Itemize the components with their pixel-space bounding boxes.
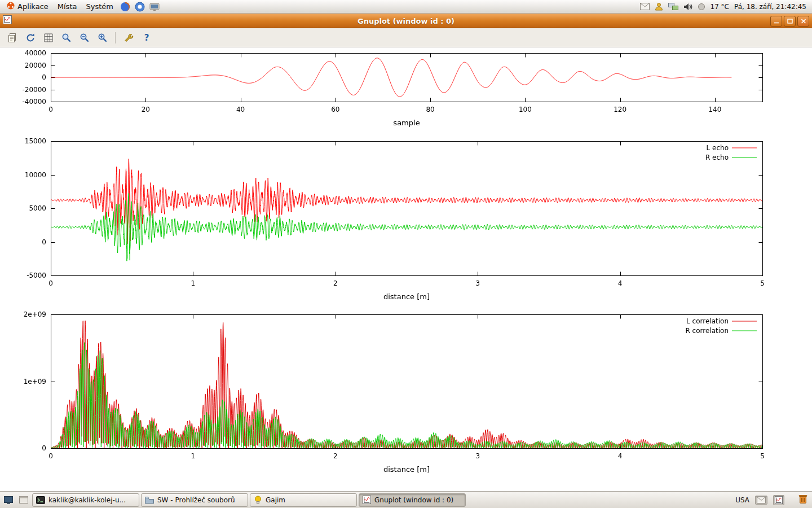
zoom-next-button[interactable] bbox=[95, 30, 110, 45]
gnuplot-plot-area bbox=[0, 47, 812, 491]
weather-icon[interactable] bbox=[698, 3, 705, 11]
zoom-previous-button[interactable] bbox=[77, 30, 92, 45]
toolbar-separator bbox=[115, 32, 116, 43]
panel-tray: 17 °C Pá, 18. září, 21:42:45 bbox=[640, 2, 810, 11]
replot-button[interactable] bbox=[23, 30, 38, 45]
firefox-launcher[interactable] bbox=[118, 1, 132, 13]
firefox-icon bbox=[120, 2, 130, 12]
trash-icon[interactable] bbox=[798, 494, 808, 506]
taskbar-tray: USA bbox=[735, 494, 810, 506]
export-button[interactable] bbox=[5, 30, 20, 45]
task-label: Gajim bbox=[266, 496, 285, 504]
svg-text:?: ? bbox=[144, 33, 149, 43]
settings-button[interactable] bbox=[121, 30, 136, 45]
plot-tray-icon[interactable] bbox=[773, 495, 784, 505]
chart-correlation-canvas[interactable] bbox=[0, 307, 812, 489]
file-manager-icon bbox=[145, 496, 154, 504]
close-button[interactable] bbox=[797, 16, 809, 27]
minimize-button[interactable] bbox=[770, 16, 782, 27]
desktop: Aplikace Místa Systém bbox=[0, 0, 812, 508]
help-icon: ? bbox=[142, 33, 152, 43]
terminal-icon bbox=[36, 496, 45, 504]
task-terminal[interactable]: kaklik@kaklik-kolej-u... bbox=[32, 493, 139, 507]
gnuplot-window-icon bbox=[3, 15, 12, 27]
menu-system[interactable]: Systém bbox=[81, 1, 117, 12]
gnuplot-icon bbox=[363, 496, 371, 504]
menu-places[interactable]: Místa bbox=[53, 1, 82, 12]
taskbar: kaklik@kaklik-kolej-u... SW - Prohlížeč … bbox=[0, 491, 812, 508]
top-panel: Aplikace Místa Systém bbox=[0, 0, 812, 14]
volume-icon[interactable] bbox=[683, 3, 692, 11]
task-gajim[interactable]: Gajim bbox=[250, 493, 357, 507]
maximize-button[interactable] bbox=[784, 16, 796, 27]
settings-icon bbox=[123, 33, 134, 43]
menu-applications-label: Aplikace bbox=[17, 2, 48, 11]
menu-system-label: Systém bbox=[86, 2, 113, 11]
export-icon bbox=[7, 33, 17, 43]
temperature-label[interactable]: 17 °C bbox=[710, 3, 729, 11]
chart-echo-canvas[interactable] bbox=[0, 131, 812, 307]
mail-tray-icon[interactable] bbox=[755, 496, 767, 505]
ubuntu-logo-icon bbox=[7, 2, 15, 11]
help-icon bbox=[135, 2, 145, 12]
zoom-next-icon bbox=[98, 33, 108, 43]
clock-label[interactable]: Pá, 18. září, 21:42:45 bbox=[734, 3, 806, 11]
window-toolbar: ? bbox=[0, 28, 812, 47]
help-launcher[interactable] bbox=[133, 1, 147, 13]
window-list-icon bbox=[19, 496, 28, 503]
zoom-previous-icon bbox=[80, 33, 90, 43]
window-titlebar[interactable]: Gnuplot (window id : 0) bbox=[0, 14, 812, 28]
replot-icon bbox=[25, 33, 36, 43]
task-file-manager[interactable]: SW - Prohlížeč souborů bbox=[141, 493, 248, 507]
menu-applications[interactable]: Aplikace bbox=[2, 1, 53, 12]
task-label: kaklik@kaklik-kolej-u... bbox=[48, 496, 126, 504]
mail-icon[interactable] bbox=[640, 3, 650, 10]
menu-places-label: Místa bbox=[58, 2, 77, 11]
task-label: Gnuplot (window id : 0) bbox=[374, 496, 453, 504]
zoom-icon bbox=[61, 33, 72, 43]
user-icon[interactable] bbox=[655, 2, 663, 11]
show-desktop-icon bbox=[4, 496, 13, 504]
help-button[interactable]: ? bbox=[139, 30, 154, 45]
chart-signal-canvas[interactable] bbox=[0, 47, 812, 131]
task-label: SW - Prohlížeč souborů bbox=[157, 496, 235, 504]
network-icon[interactable] bbox=[668, 3, 678, 11]
window-title: Gnuplot (window id : 0) bbox=[0, 17, 812, 25]
grid-button[interactable] bbox=[41, 30, 56, 45]
gajim-icon bbox=[254, 496, 262, 504]
show-desktop-button[interactable] bbox=[2, 493, 15, 507]
window-list-applet[interactable] bbox=[17, 493, 30, 507]
task-gnuplot[interactable]: Gnuplot (window id : 0) bbox=[359, 493, 466, 507]
grid-icon bbox=[43, 33, 54, 43]
screenshot-icon bbox=[149, 2, 160, 11]
keyboard-layout-indicator[interactable]: USA bbox=[735, 496, 749, 504]
screenshot-launcher[interactable] bbox=[148, 1, 161, 13]
zoom-button[interactable] bbox=[59, 30, 74, 45]
